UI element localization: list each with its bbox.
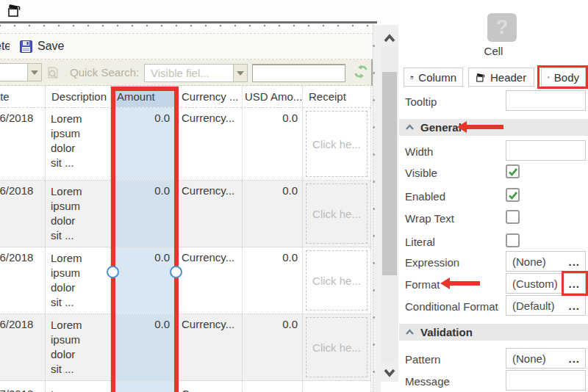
- column-header-usd-amount[interactable]: USD Amo...: [243, 86, 303, 107]
- cell-usd-amount[interactable]: 0.0: [243, 108, 303, 180]
- save-button[interactable]: Save: [37, 40, 64, 53]
- table-row: 5/6/2018 Lorem ipsum dolor sit ... 0.0 C…: [0, 314, 371, 381]
- enabled-checkbox[interactable]: [506, 188, 520, 202]
- quick-search-input[interactable]: [252, 64, 345, 82]
- cell-usd-amount[interactable]: 0.0: [243, 181, 303, 247]
- section-general-label: General: [420, 121, 462, 134]
- receipt-upload-placeholder[interactable]: Click he...: [306, 111, 368, 177]
- table-row: 5/6/2018 Lorem ipsum dolor sit ... 0.0 C…: [0, 181, 371, 247]
- scroll-down-icon[interactable]: [381, 364, 398, 380]
- refresh-button[interactable]: [351, 63, 370, 83]
- column-header-date[interactable]: Date: [0, 86, 46, 107]
- ellipsis-button[interactable]: ...: [568, 277, 585, 290]
- section-general[interactable]: General: [399, 119, 588, 136]
- cell-amount[interactable]: 0.0: [111, 108, 179, 180]
- message-input[interactable]: [506, 370, 586, 391]
- receipt-upload-placeholder[interactable]: Click he...: [306, 250, 368, 311]
- cell-description[interactable]: Lorem: [46, 381, 111, 392]
- receipt-upload-placeholder[interactable]: Click he...: [306, 184, 368, 244]
- cell-receipt[interactable]: Click he...: [303, 108, 371, 180]
- cell-amount[interactable]: 0.0: [111, 247, 179, 313]
- cell-description[interactable]: Lorem ipsum dolor sit ...: [46, 314, 111, 380]
- cell-currency[interactable]: Currency...: [179, 314, 243, 380]
- splitter-grip-dots: [0, 24, 377, 27]
- ellipsis-button[interactable]: ...: [568, 255, 585, 268]
- tab-column[interactable]: Column: [404, 68, 463, 87]
- section-validation-label: Validation: [420, 326, 473, 338]
- tab-column-label: Column: [418, 71, 456, 84]
- tab-header-label: Header: [490, 71, 526, 84]
- checkmark-icon: [508, 167, 518, 177]
- quick-search-field-value: Visible fiel...: [145, 67, 224, 79]
- tooltip-label: Tooltip: [405, 95, 437, 108]
- scroll-up-icon[interactable]: [381, 31, 398, 47]
- cell-description[interactable]: Lorem ipsum dolor sit ...: [46, 181, 111, 247]
- receipt-upload-placeholder[interactable]: Click he...: [306, 317, 368, 377]
- width-input[interactable]: [506, 140, 586, 161]
- visible-checkbox[interactable]: [506, 164, 520, 178]
- table-row-partial: 5/7/2018 Lorem Currency...: [0, 381, 371, 392]
- cell-receipt[interactable]: Click he...: [303, 314, 371, 380]
- cell-description[interactable]: Lorem ipsum dolor sit ...: [46, 247, 111, 313]
- cell-amount[interactable]: 0.0: [111, 181, 179, 247]
- conditional-format-label: Conditional Format: [405, 300, 498, 313]
- cell-date[interactable]: 5/7/2018: [0, 381, 46, 392]
- annotation-red-arrow-format: [440, 277, 480, 289]
- cell-usd-amount[interactable]: 0.0: [243, 314, 303, 380]
- expression-field[interactable]: (None) ...: [506, 251, 586, 272]
- horizontal-splitter[interactable]: [0, 21, 377, 23]
- column-header-currency[interactable]: Currency ...: [179, 86, 243, 107]
- cell-flag-icon: [548, 72, 550, 83]
- save-icon: [20, 40, 32, 53]
- scrollbar-track[interactable]: [381, 47, 398, 363]
- cell-date[interactable]: 5/6/2018: [0, 108, 46, 180]
- column-header-amount[interactable]: Amount: [111, 86, 179, 107]
- checkmark-icon: [508, 190, 518, 200]
- tooltip-input[interactable]: [506, 90, 586, 111]
- column-resize-handle-right[interactable]: [170, 266, 182, 278]
- section-validation[interactable]: Validation: [399, 324, 588, 341]
- pattern-field[interactable]: (None) ...: [506, 348, 586, 369]
- filter-combo[interactable]: [0, 63, 42, 81]
- cell-date[interactable]: 5/6/2018: [0, 247, 46, 313]
- conditional-format-field[interactable]: (Default) ...: [506, 295, 586, 316]
- tab-header[interactable]: Header: [468, 68, 534, 87]
- cell-currency[interactable]: Currency...: [179, 381, 243, 392]
- vertical-scrollbar[interactable]: [381, 25, 398, 382]
- cell-currency[interactable]: Currency...: [179, 247, 243, 313]
- column-header-description[interactable]: Description: [46, 86, 111, 107]
- cell-receipt[interactable]: [303, 381, 371, 392]
- cell-date[interactable]: 5/6/2018: [0, 181, 46, 247]
- dropdown-arrow-icon[interactable]: [27, 64, 41, 81]
- cell-receipt[interactable]: Click he...: [303, 247, 371, 313]
- cell-amount[interactable]: 0.0: [111, 314, 179, 380]
- expenses-grid: Date Description Amount Currency ... USD…: [0, 86, 371, 392]
- width-label: Width: [405, 145, 433, 158]
- quick-search-field-combo[interactable]: Visible fiel...: [144, 64, 248, 82]
- enabled-label: Enabled: [405, 190, 445, 203]
- dropdown-arrow-icon[interactable]: [233, 65, 247, 81]
- visible-label: Visible: [405, 167, 437, 179]
- scrollbar-thumb[interactable]: [382, 72, 397, 275]
- cell-currency[interactable]: Currency...: [179, 181, 243, 247]
- cell-description[interactable]: Lorem ipsum dolor sit ...: [46, 108, 111, 180]
- tab-body-label: Body: [554, 71, 579, 84]
- column-resize-handle-left[interactable]: [107, 266, 119, 278]
- cell-amount[interactable]: [111, 381, 179, 392]
- wrap-text-checkbox[interactable]: [506, 210, 520, 224]
- ellipsis-button[interactable]: ...: [568, 300, 585, 312]
- cell-date[interactable]: 5/6/2018: [0, 314, 46, 380]
- ellipsis-button[interactable]: ...: [568, 352, 585, 365]
- delete-button-label: Delete: [0, 40, 10, 53]
- literal-checkbox[interactable]: [506, 233, 520, 247]
- cell-receipt[interactable]: Click he...: [303, 181, 371, 247]
- design-surface-strip: [373, 25, 381, 392]
- cell-usd-amount[interactable]: [243, 381, 303, 392]
- cell-currency[interactable]: Currency...: [179, 108, 243, 180]
- cell-usd-amount[interactable]: 0.0: [243, 247, 303, 313]
- format-field[interactable]: (Custom) ...: [506, 273, 586, 294]
- delete-button[interactable]: Delete: [0, 40, 10, 53]
- expression-label: Expression: [405, 256, 459, 269]
- column-header-receipt[interactable]: Receipt: [303, 86, 371, 107]
- tab-body[interactable]: Body: [541, 68, 586, 87]
